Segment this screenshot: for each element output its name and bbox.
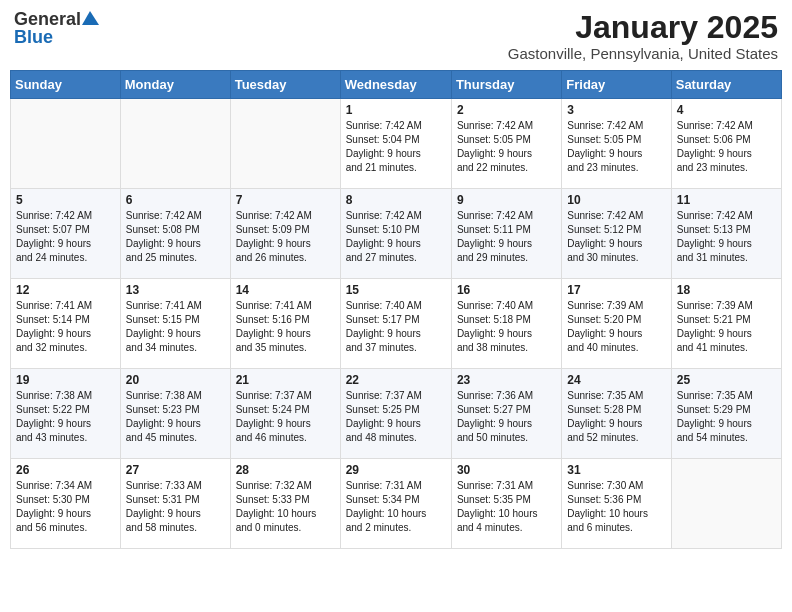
day-info: Sunrise: 7:42 AM Sunset: 5:11 PM Dayligh…: [457, 209, 556, 265]
day-number: 30: [457, 463, 556, 477]
weekday-header-friday: Friday: [562, 71, 671, 99]
calendar-cell: [230, 99, 340, 189]
day-info: Sunrise: 7:42 AM Sunset: 5:05 PM Dayligh…: [567, 119, 665, 175]
day-number: 13: [126, 283, 225, 297]
logo-general-text: General: [14, 10, 81, 28]
calendar-cell: 30Sunrise: 7:31 AM Sunset: 5:35 PM Dayli…: [451, 459, 561, 549]
day-info: Sunrise: 7:39 AM Sunset: 5:20 PM Dayligh…: [567, 299, 665, 355]
day-number: 9: [457, 193, 556, 207]
calendar-cell: 15Sunrise: 7:40 AM Sunset: 5:17 PM Dayli…: [340, 279, 451, 369]
calendar-cell: 7Sunrise: 7:42 AM Sunset: 5:09 PM Daylig…: [230, 189, 340, 279]
day-info: Sunrise: 7:42 AM Sunset: 5:07 PM Dayligh…: [16, 209, 115, 265]
day-number: 3: [567, 103, 665, 117]
day-info: Sunrise: 7:42 AM Sunset: 5:04 PM Dayligh…: [346, 119, 446, 175]
calendar-cell: 26Sunrise: 7:34 AM Sunset: 5:30 PM Dayli…: [11, 459, 121, 549]
day-number: 27: [126, 463, 225, 477]
calendar-cell: 25Sunrise: 7:35 AM Sunset: 5:29 PM Dayli…: [671, 369, 781, 459]
day-info: Sunrise: 7:40 AM Sunset: 5:18 PM Dayligh…: [457, 299, 556, 355]
calendar-cell: 13Sunrise: 7:41 AM Sunset: 5:15 PM Dayli…: [120, 279, 230, 369]
day-number: 12: [16, 283, 115, 297]
calendar-cell: 21Sunrise: 7:37 AM Sunset: 5:24 PM Dayli…: [230, 369, 340, 459]
day-info: Sunrise: 7:41 AM Sunset: 5:14 PM Dayligh…: [16, 299, 115, 355]
day-number: 17: [567, 283, 665, 297]
logo-triangle-icon: [82, 9, 100, 27]
day-info: Sunrise: 7:30 AM Sunset: 5:36 PM Dayligh…: [567, 479, 665, 535]
calendar-week-row: 19Sunrise: 7:38 AM Sunset: 5:22 PM Dayli…: [11, 369, 782, 459]
day-info: Sunrise: 7:31 AM Sunset: 5:34 PM Dayligh…: [346, 479, 446, 535]
weekday-header-sunday: Sunday: [11, 71, 121, 99]
weekday-header-tuesday: Tuesday: [230, 71, 340, 99]
day-number: 4: [677, 103, 776, 117]
calendar-cell: 22Sunrise: 7:37 AM Sunset: 5:25 PM Dayli…: [340, 369, 451, 459]
calendar-cell: [120, 99, 230, 189]
calendar-cell: 2Sunrise: 7:42 AM Sunset: 5:05 PM Daylig…: [451, 99, 561, 189]
day-info: Sunrise: 7:36 AM Sunset: 5:27 PM Dayligh…: [457, 389, 556, 445]
day-number: 29: [346, 463, 446, 477]
location-title: Gastonville, Pennsylvania, United States: [508, 45, 778, 62]
weekday-header-saturday: Saturday: [671, 71, 781, 99]
calendar-cell: 11Sunrise: 7:42 AM Sunset: 5:13 PM Dayli…: [671, 189, 781, 279]
day-number: 15: [346, 283, 446, 297]
svg-marker-0: [82, 11, 99, 25]
day-info: Sunrise: 7:41 AM Sunset: 5:15 PM Dayligh…: [126, 299, 225, 355]
calendar-cell: 23Sunrise: 7:36 AM Sunset: 5:27 PM Dayli…: [451, 369, 561, 459]
calendar-cell: 17Sunrise: 7:39 AM Sunset: 5:20 PM Dayli…: [562, 279, 671, 369]
calendar-cell: [671, 459, 781, 549]
day-number: 31: [567, 463, 665, 477]
day-info: Sunrise: 7:38 AM Sunset: 5:23 PM Dayligh…: [126, 389, 225, 445]
day-number: 20: [126, 373, 225, 387]
calendar-cell: 3Sunrise: 7:42 AM Sunset: 5:05 PM Daylig…: [562, 99, 671, 189]
day-number: 16: [457, 283, 556, 297]
day-number: 5: [16, 193, 115, 207]
day-info: Sunrise: 7:37 AM Sunset: 5:25 PM Dayligh…: [346, 389, 446, 445]
calendar-cell: 12Sunrise: 7:41 AM Sunset: 5:14 PM Dayli…: [11, 279, 121, 369]
day-number: 25: [677, 373, 776, 387]
day-info: Sunrise: 7:42 AM Sunset: 5:12 PM Dayligh…: [567, 209, 665, 265]
logo: General Blue: [14, 10, 100, 46]
calendar-cell: 18Sunrise: 7:39 AM Sunset: 5:21 PM Dayli…: [671, 279, 781, 369]
day-number: 2: [457, 103, 556, 117]
day-info: Sunrise: 7:33 AM Sunset: 5:31 PM Dayligh…: [126, 479, 225, 535]
day-number: 1: [346, 103, 446, 117]
day-info: Sunrise: 7:31 AM Sunset: 5:35 PM Dayligh…: [457, 479, 556, 535]
day-number: 11: [677, 193, 776, 207]
day-info: Sunrise: 7:38 AM Sunset: 5:22 PM Dayligh…: [16, 389, 115, 445]
day-info: Sunrise: 7:41 AM Sunset: 5:16 PM Dayligh…: [236, 299, 335, 355]
day-number: 23: [457, 373, 556, 387]
day-info: Sunrise: 7:42 AM Sunset: 5:05 PM Dayligh…: [457, 119, 556, 175]
weekday-header-wednesday: Wednesday: [340, 71, 451, 99]
day-number: 7: [236, 193, 335, 207]
calendar-cell: 27Sunrise: 7:33 AM Sunset: 5:31 PM Dayli…: [120, 459, 230, 549]
day-info: Sunrise: 7:42 AM Sunset: 5:13 PM Dayligh…: [677, 209, 776, 265]
day-info: Sunrise: 7:42 AM Sunset: 5:10 PM Dayligh…: [346, 209, 446, 265]
calendar-cell: 1Sunrise: 7:42 AM Sunset: 5:04 PM Daylig…: [340, 99, 451, 189]
calendar-cell: 19Sunrise: 7:38 AM Sunset: 5:22 PM Dayli…: [11, 369, 121, 459]
day-info: Sunrise: 7:42 AM Sunset: 5:08 PM Dayligh…: [126, 209, 225, 265]
calendar-cell: 14Sunrise: 7:41 AM Sunset: 5:16 PM Dayli…: [230, 279, 340, 369]
calendar-week-row: 26Sunrise: 7:34 AM Sunset: 5:30 PM Dayli…: [11, 459, 782, 549]
day-number: 8: [346, 193, 446, 207]
day-info: Sunrise: 7:42 AM Sunset: 5:09 PM Dayligh…: [236, 209, 335, 265]
day-info: Sunrise: 7:34 AM Sunset: 5:30 PM Dayligh…: [16, 479, 115, 535]
calendar-cell: 20Sunrise: 7:38 AM Sunset: 5:23 PM Dayli…: [120, 369, 230, 459]
day-number: 21: [236, 373, 335, 387]
day-number: 22: [346, 373, 446, 387]
calendar-cell: 6Sunrise: 7:42 AM Sunset: 5:08 PM Daylig…: [120, 189, 230, 279]
day-info: Sunrise: 7:39 AM Sunset: 5:21 PM Dayligh…: [677, 299, 776, 355]
weekday-header-row: SundayMondayTuesdayWednesdayThursdayFrid…: [11, 71, 782, 99]
calendar-table: SundayMondayTuesdayWednesdayThursdayFrid…: [10, 70, 782, 549]
day-info: Sunrise: 7:35 AM Sunset: 5:29 PM Dayligh…: [677, 389, 776, 445]
day-info: Sunrise: 7:42 AM Sunset: 5:06 PM Dayligh…: [677, 119, 776, 175]
calendar-cell: 4Sunrise: 7:42 AM Sunset: 5:06 PM Daylig…: [671, 99, 781, 189]
calendar-cell: 24Sunrise: 7:35 AM Sunset: 5:28 PM Dayli…: [562, 369, 671, 459]
month-title: January 2025: [508, 10, 778, 45]
weekday-header-thursday: Thursday: [451, 71, 561, 99]
day-info: Sunrise: 7:37 AM Sunset: 5:24 PM Dayligh…: [236, 389, 335, 445]
calendar-cell: 31Sunrise: 7:30 AM Sunset: 5:36 PM Dayli…: [562, 459, 671, 549]
day-number: 26: [16, 463, 115, 477]
day-info: Sunrise: 7:35 AM Sunset: 5:28 PM Dayligh…: [567, 389, 665, 445]
calendar-cell: 9Sunrise: 7:42 AM Sunset: 5:11 PM Daylig…: [451, 189, 561, 279]
day-number: 6: [126, 193, 225, 207]
day-number: 19: [16, 373, 115, 387]
day-number: 24: [567, 373, 665, 387]
